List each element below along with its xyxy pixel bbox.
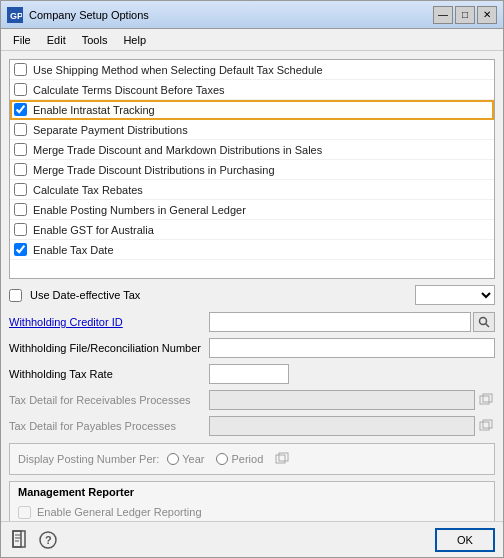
footer: ? OK	[1, 521, 503, 557]
withholding-section: Withholding Creditor ID Withholding File…	[9, 311, 495, 437]
checkbox-row-2: Calculate Terms Discount Before Taxes	[10, 80, 494, 100]
withholding-search-button[interactable]	[473, 312, 495, 332]
checkbox-row-1: Use Shipping Method when Selecting Defau…	[10, 60, 494, 80]
checkbox-label-cb8: Enable Posting Numbers in General Ledger	[33, 204, 246, 216]
svg-point-2	[480, 318, 487, 325]
svg-line-3	[486, 324, 490, 328]
checkbox-label-cb1: Use Shipping Method when Selecting Defau…	[33, 64, 323, 76]
main-window: GP Company Setup Options — □ ✕ FileEditT…	[0, 0, 504, 558]
date-effective-label: Use Date-effective Tax	[30, 289, 407, 301]
posting-section: Display Posting Number Per: Year Period	[9, 443, 495, 475]
mgmt-gl-checkbox[interactable]	[18, 506, 31, 519]
menu-item-file[interactable]: File	[5, 32, 39, 48]
checkbox-row-10: Enable Tax Date	[10, 240, 494, 260]
withholding-creditor-id-link[interactable]: Withholding Creditor ID	[9, 316, 209, 328]
posting-label: Display Posting Number Per:	[18, 453, 159, 465]
checkbox-label-cb10: Enable Tax Date	[33, 244, 114, 256]
maximize-button[interactable]: □	[455, 6, 475, 24]
posting-radio-group: Year Period	[167, 453, 263, 465]
mgmt-gl-label: Enable General Ledger Reporting	[37, 506, 202, 518]
date-effective-row: Use Date-effective Tax	[9, 285, 495, 305]
withholding-payables-row: Tax Detail for Payables Processes	[9, 415, 495, 437]
withholding-payables-input	[209, 416, 475, 436]
svg-rect-4	[480, 396, 489, 404]
checkbox-label-cb4: Separate Payment Distributions	[33, 124, 188, 136]
svg-rect-9	[279, 453, 288, 461]
footer-left: ?	[9, 529, 59, 551]
menu-item-edit[interactable]: Edit	[39, 32, 74, 48]
posting-period-radio[interactable]	[216, 453, 228, 465]
checkbox-row-8: Enable Posting Numbers in General Ledger	[10, 200, 494, 220]
posting-year-option: Year	[167, 453, 204, 465]
withholding-rate-input[interactable]	[209, 364, 289, 384]
checkbox-cb4[interactable]	[14, 123, 27, 136]
checkbox-label-cb2: Calculate Terms Discount Before Taxes	[33, 84, 225, 96]
minimize-button[interactable]: —	[433, 6, 453, 24]
checkbox-cb7[interactable]	[14, 183, 27, 196]
checkbox-label-cb7: Calculate Tax Rebates	[33, 184, 143, 196]
withholding-rate-label: Withholding Tax Rate	[9, 368, 209, 380]
app-icon: GP	[7, 7, 23, 23]
checkbox-cb9[interactable]	[14, 223, 27, 236]
checkbox-cb2[interactable]	[14, 83, 27, 96]
withholding-creditor-id-input[interactable]	[209, 312, 471, 332]
withholding-file-row: Withholding File/Reconciliation Number	[9, 337, 495, 359]
posting-browse-icon	[273, 449, 291, 469]
payables-browse-icon	[477, 416, 495, 436]
checkbox-row-5: Merge Trade Discount and Markdown Distri…	[10, 140, 494, 160]
svg-rect-10	[13, 531, 25, 547]
withholding-receivables-label: Tax Detail for Receivables Processes	[9, 394, 209, 406]
withholding-file-input[interactable]	[209, 338, 495, 358]
checkbox-row-4: Separate Payment Distributions	[10, 120, 494, 140]
checkbox-row-9: Enable GST for Australia	[10, 220, 494, 240]
title-bar: GP Company Setup Options — □ ✕	[1, 1, 503, 29]
checkbox-cb3[interactable]	[14, 103, 27, 116]
withholding-rate-row: Withholding Tax Rate	[9, 363, 495, 385]
receivables-browse-icon	[477, 390, 495, 410]
posting-year-radio[interactable]	[167, 453, 179, 465]
checkbox-label-cb9: Enable GST for Australia	[33, 224, 154, 236]
posting-period-option: Period	[216, 453, 263, 465]
posting-year-label: Year	[182, 453, 204, 465]
checkbox-cb6[interactable]	[14, 163, 27, 176]
withholding-receivables-row: Tax Detail for Receivables Processes	[9, 389, 495, 411]
window-title: Company Setup Options	[29, 9, 433, 21]
menu-item-help[interactable]: Help	[115, 32, 154, 48]
withholding-creditor-row: Withholding Creditor ID	[9, 311, 495, 333]
checkbox-cb8[interactable]	[14, 203, 27, 216]
svg-rect-8	[276, 455, 285, 463]
svg-rect-11	[13, 531, 21, 547]
date-effective-dropdown[interactable]	[415, 285, 495, 305]
checkbox-list-container[interactable]: Use Shipping Method when Selecting Defau…	[9, 59, 495, 279]
svg-rect-6	[480, 422, 489, 430]
title-bar-buttons: — □ ✕	[433, 6, 497, 24]
checkbox-row-7: Calculate Tax Rebates	[10, 180, 494, 200]
ok-button[interactable]: OK	[435, 528, 495, 552]
withholding-receivables-input	[209, 390, 475, 410]
checkbox-label-cb5: Merge Trade Discount and Markdown Distri…	[33, 144, 322, 156]
management-reporter-title: Management Reporter	[18, 486, 486, 498]
withholding-file-label: Withholding File/Reconciliation Number	[9, 342, 209, 354]
posting-row: Display Posting Number Per: Year Period	[18, 448, 486, 470]
close-button[interactable]: ✕	[477, 6, 497, 24]
withholding-payables-label: Tax Detail for Payables Processes	[9, 420, 209, 432]
checkbox-cb10[interactable]	[14, 243, 27, 256]
svg-rect-7	[483, 420, 492, 428]
checkbox-label-cb6: Merge Trade Discount Distributions in Pu…	[33, 164, 275, 176]
main-content: Use Shipping Method when Selecting Defau…	[1, 51, 503, 521]
menu-item-tools[interactable]: Tools	[74, 32, 116, 48]
document-icon[interactable]	[9, 529, 31, 551]
svg-text:?: ?	[45, 534, 52, 546]
checkbox-label-cb3: Enable Intrastat Tracking	[33, 104, 155, 116]
svg-text:GP: GP	[10, 11, 22, 21]
management-reporter-section: Management Reporter Enable General Ledge…	[9, 481, 495, 521]
help-icon[interactable]: ?	[37, 529, 59, 551]
checkbox-row-3: Enable Intrastat Tracking	[10, 100, 494, 120]
checkbox-cb5[interactable]	[14, 143, 27, 156]
posting-period-label: Period	[231, 453, 263, 465]
date-effective-checkbox[interactable]	[9, 289, 22, 302]
svg-rect-5	[483, 394, 492, 402]
mgmt-gl-row: Enable General Ledger Reporting	[18, 502, 486, 521]
checkbox-cb1[interactable]	[14, 63, 27, 76]
checkbox-row-6: Merge Trade Discount Distributions in Pu…	[10, 160, 494, 180]
